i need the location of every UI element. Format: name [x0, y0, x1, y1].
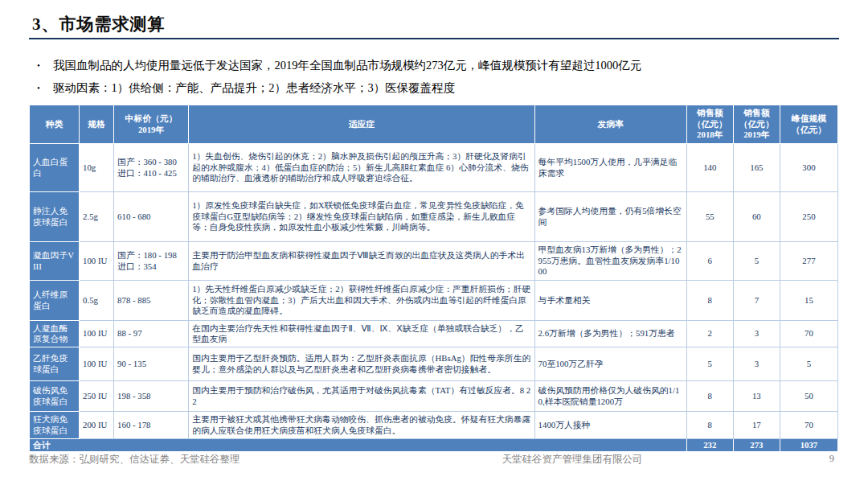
product-table: 种类 规格 中标价（元） 2019年 适应症 发病率 销售额 （亿元） 2018…	[29, 105, 838, 452]
cell-type: 静注人免疫球蛋白	[30, 192, 80, 242]
cell-price: 610 - 680	[114, 192, 189, 242]
total-sales-2019: 273	[733, 439, 780, 452]
cell-sales-2018: 2	[686, 321, 733, 347]
col-header-incidence: 发病率	[534, 105, 686, 144]
cell-price: 198 - 358	[114, 381, 189, 412]
cell-peak: 277	[780, 242, 837, 281]
total-sales-2018: 232	[686, 439, 733, 452]
col-header-spec: 规格	[80, 105, 114, 144]
cell-sales-2019: 60	[733, 192, 780, 242]
table-row: 狂犬病免疫球蛋白 200 IU 160 - 178 主要用于被狂犬或其他携带狂犬…	[30, 412, 838, 439]
cell-sales-2018: 6	[686, 242, 733, 281]
cell-sales-2019: 17	[733, 412, 780, 439]
cell-spec: 100 IU	[80, 242, 114, 281]
footer: 数据来源：弘则研究、信达证券、天堂硅谷整理 天堂硅谷资产管理集团有限公司 9	[29, 453, 839, 467]
cell-price: 90 - 135	[114, 347, 189, 381]
bullet-icon: •	[37, 58, 53, 73]
cell-spec: 250 IU	[80, 381, 114, 412]
cell-indication: 1）失血创伤、烧伤引起的休克；2）脑水肿及损伤引起的颅压升高；3）肝硬化及肾病引…	[189, 144, 534, 192]
cell-sales-2019: 3	[733, 347, 780, 381]
cell-price: 国产：180 - 198 进口：354	[114, 242, 189, 281]
cell-incidence: 与手术量相关	[534, 281, 686, 321]
table-row: 人纤维原蛋白 0.5g 878 - 885 1）先天性纤维蛋白原减少或缺乏症；2…	[30, 281, 838, 321]
cell-peak: 50	[780, 381, 837, 412]
cell-sales-2018: 5	[686, 347, 733, 381]
cell-spec: 0.5g	[80, 281, 114, 321]
table-row: 乙肝免疫球蛋白 100 IU 90 - 135 国内主要用于乙型肝炎预防。适用人…	[30, 347, 838, 381]
title-divider	[29, 38, 839, 39]
cell-spec: 10g	[80, 144, 114, 192]
bullet-item: • 驱动因素：1）供给侧：产能、产品提升；2）患者经济水平；3）医保覆盖程度	[37, 80, 841, 97]
bullet-list: • 我国血制品的人均使用量远低于发达国家，2019年全国血制品市场规模约273亿…	[37, 58, 841, 102]
cell-sales-2018: 55	[686, 192, 733, 242]
table-row: 破伤风免疫球蛋白 250 IU 198 - 358 国内主要用于预防和治疗破伤风…	[30, 381, 838, 412]
col-header-indication: 适应症	[189, 105, 534, 144]
cell-peak: 70	[780, 321, 837, 347]
cell-peak: 250	[780, 192, 837, 242]
cell-type: 人血白蛋白	[30, 144, 80, 192]
cell-sales-2019: 7	[733, 281, 780, 321]
cell-type: 破伤风免疫球蛋白	[30, 381, 80, 412]
cell-type: 人凝血酶原复合物	[30, 321, 80, 347]
cell-indication: 在国内主要治疗先天性和获得性凝血因子Ⅱ、Ⅶ、Ⅸ、Ⅹ缺乏症（单独或联合缺乏），乙型…	[189, 321, 534, 347]
cell-indication: 1）原发性免疫球蛋白缺失症，如X联锁低免疫球蛋白血症，常见变异性免疫缺陷症，免疫…	[189, 192, 534, 242]
cell-peak: 15	[780, 281, 837, 321]
cell-price: 160 - 178	[114, 412, 189, 439]
cell-sales-2019: 3	[733, 321, 780, 347]
cell-sales-2018: 8	[686, 381, 733, 412]
cell-sales-2019: 13	[733, 381, 780, 412]
col-header-sales-2019: 销售额 （亿元） 2019年	[733, 105, 780, 144]
cell-indication: 主要用于防治甲型血友病和获得性凝血因子Ⅷ缺乏而致的出血症状及这类病人的手术出血治…	[189, 242, 534, 281]
cell-incidence: 每年平均1500万人使用，几乎满足临床需求	[534, 144, 686, 192]
company-name: 天堂硅谷资产管理集团有限公司	[350, 453, 794, 467]
cell-incidence: 甲型血友病13万新增（多为男性）；2955万患病。血管性血友病发病率1/1000	[534, 242, 686, 281]
data-source: 数据来源：弘则研究、信达证券、天堂硅谷整理	[29, 453, 350, 467]
header-row: 种类 规格 中标价（元） 2019年 适应症 发病率 销售额 （亿元） 2018…	[30, 105, 838, 144]
cell-indication: 国内主要用于预防和治疗破伤风，尤其适用于对破伤风抗毒素（TAT）有过敏反应者。8…	[189, 381, 534, 412]
bullet-item: • 我国血制品的人均使用量远低于发达国家，2019年全国血制品市场规模约273亿…	[37, 58, 841, 74]
cell-sales-2019: 5	[733, 242, 780, 281]
cell-incidence: 参考国际人均使用量，仍有5倍增长空间	[534, 192, 686, 242]
cell-type: 凝血因子VIII	[30, 242, 80, 281]
bullet-text: 我国血制品的人均使用量远低于发达国家，2019年全国血制品市场规模约273亿元，…	[53, 58, 641, 74]
col-header-price: 中标价（元） 2019年	[114, 105, 189, 144]
cell-indication: 国内主要用于乙型肝炎预防。适用人群为：乙型肝炎表面抗原（HBsAg）阳性母亲所生…	[189, 347, 534, 381]
bullet-text: 驱动因素：1）供给侧：产能、产品提升；2）患者经济水平；3）医保覆盖程度	[53, 80, 455, 97]
cell-indication: 主要用于被狂犬或其他携带狂犬病毒动物咬伤、抓伤患者的被动免疫。怀疑有狂犬病暴露的…	[189, 412, 534, 439]
cell-sales-2018: 8	[686, 412, 733, 439]
page-title: 3、市场需求测算	[32, 13, 166, 35]
cell-price: 88 - 97	[114, 321, 189, 347]
cell-spec: 200 IU	[80, 412, 114, 439]
col-header-peak: 峰值规模 （亿元）	[780, 105, 837, 144]
cell-indication: 1）先天性纤维蛋白原减少或缺乏症；2）获得性纤维蛋白原减少症：严重肝脏损伤；肝硬…	[189, 281, 534, 321]
cell-sales-2018: 8	[686, 281, 733, 321]
cell-incidence: 1400万人接种	[534, 412, 686, 439]
cell-type: 乙肝免疫球蛋白	[30, 347, 80, 381]
cell-type: 人纤维原蛋白	[30, 281, 80, 321]
cell-type: 狂犬病免疫球蛋白	[30, 412, 80, 439]
table-row: 人凝血酶原复合物 100 IU 88 - 97 在国内主要治疗先天性和获得性凝血…	[30, 321, 838, 347]
slide: 3、市场需求测算 • 我国血制品的人均使用量远低于发达国家，2019年全国血制品…	[0, 0, 868, 485]
cell-peak: 70	[780, 412, 837, 439]
cell-incidence: 2.6万新增（多为男性）；591万患者	[534, 321, 686, 347]
cell-spec: 100 IU	[80, 321, 114, 347]
total-peak: 1037	[780, 439, 837, 452]
col-header-sales-2018: 销售额 （亿元） 2018年	[686, 105, 733, 144]
cell-incidence: 70至100万乙肝孕	[534, 347, 686, 381]
table-row: 静注人免疫球蛋白 2.5g 610 - 680 1）原发性免疫球蛋白缺失症，如X…	[30, 192, 838, 242]
col-header-type: 种类	[30, 105, 80, 144]
total-label: 合计	[30, 439, 687, 452]
cell-price: 878 - 885	[114, 281, 189, 321]
table-row: 人血白蛋白 10g 国产：360 - 380 进口：410 - 425 1）失血…	[30, 144, 838, 192]
cell-sales-2018: 140	[686, 144, 733, 192]
bullet-icon: •	[37, 80, 53, 96]
cell-sales-2019: 165	[733, 144, 780, 192]
page-number: 9	[794, 453, 839, 465]
cell-price: 国产：360 - 380 进口：410 - 425	[114, 144, 189, 192]
total-row: 合计 232 273 1037	[30, 439, 838, 452]
table-row: 凝血因子VIII 100 IU 国产：180 - 198 进口：354 主要用于…	[30, 242, 838, 281]
cell-peak: 300	[780, 144, 837, 192]
cell-peak: 5	[780, 347, 837, 381]
cell-incidence: 破伤风预防用价格仅为人破伤风的1/10,样本医院销量1200万	[534, 381, 686, 412]
cell-spec: 2.5g	[80, 192, 114, 242]
